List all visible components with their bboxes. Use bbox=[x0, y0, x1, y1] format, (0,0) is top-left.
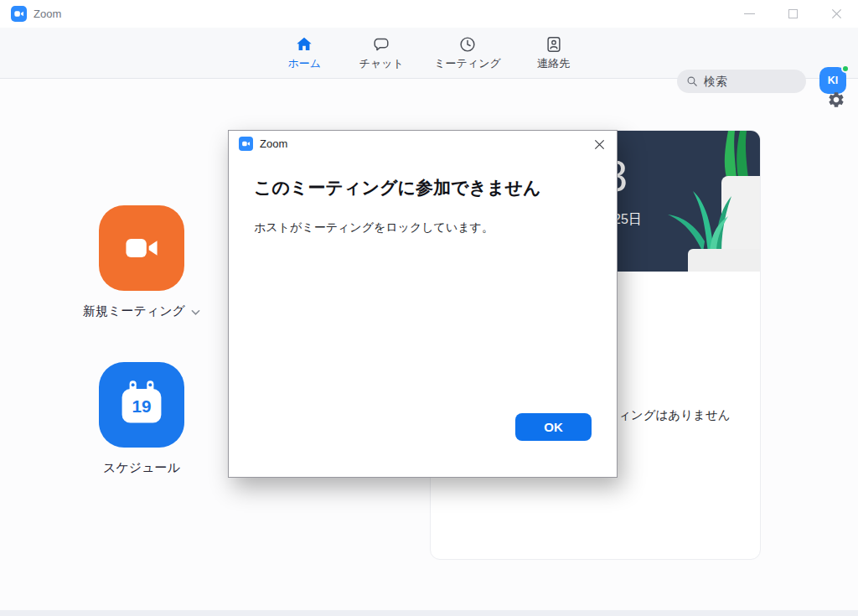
home-icon bbox=[295, 35, 313, 54]
schedule-label-row: スケジュール bbox=[49, 460, 234, 476]
settings-button[interactable] bbox=[827, 91, 845, 109]
close-button[interactable] bbox=[814, 0, 858, 28]
tab-contacts-label: 連絡先 bbox=[537, 56, 570, 71]
ok-button[interactable]: OK bbox=[515, 413, 592, 441]
app-titlebar: Zoom bbox=[0, 0, 858, 28]
minimize-button[interactable] bbox=[727, 0, 771, 28]
avatar-initials: KI bbox=[828, 75, 839, 86]
window-bottom-edge bbox=[0, 610, 858, 616]
schedule-label: スケジュール bbox=[103, 460, 180, 476]
new-meeting-label-row: 新規ミーティング bbox=[49, 303, 234, 319]
tab-meetings-label: ミーティング bbox=[434, 56, 501, 71]
window-controls bbox=[727, 0, 858, 28]
calendar-day-number: 19 bbox=[132, 396, 151, 416]
tab-home[interactable]: ホーム bbox=[280, 35, 328, 71]
tab-home-label: ホーム bbox=[287, 56, 321, 71]
gear-icon bbox=[827, 91, 845, 109]
tab-chat-label: チャット bbox=[359, 56, 404, 71]
schedule-button[interactable]: 19 bbox=[99, 362, 184, 448]
dialog-titlebar: Zoom bbox=[229, 131, 617, 156]
dialog-heading: このミーティングに参加できません bbox=[254, 176, 592, 199]
maximize-icon bbox=[788, 9, 798, 18]
tab-chat[interactable]: チャット bbox=[357, 35, 406, 71]
search-icon bbox=[686, 75, 698, 87]
dialog-title: Zoom bbox=[260, 137, 287, 150]
tab-meetings[interactable]: ミーティング bbox=[434, 35, 501, 71]
plant-illustration bbox=[634, 131, 760, 272]
search-box bbox=[677, 70, 806, 93]
close-icon bbox=[830, 8, 843, 20]
calendar-icon: 19 bbox=[111, 375, 172, 435]
search-input[interactable] bbox=[704, 75, 796, 88]
dialog-close-icon bbox=[593, 138, 606, 151]
new-meeting-button[interactable] bbox=[99, 205, 184, 291]
new-meeting-label: 新規ミーティング bbox=[83, 303, 185, 319]
video-camera-icon bbox=[117, 224, 166, 272]
tab-contacts[interactable]: 連絡先 bbox=[530, 35, 578, 71]
dialog-message: ホストがミーティングをロックしています。 bbox=[254, 220, 592, 236]
main-navbar: ホーム チャット ミーティング 連絡先 KI bbox=[0, 28, 858, 79]
no-meetings-text: ィングはありません bbox=[618, 407, 731, 423]
dialog-zoom-logo-icon bbox=[239, 137, 253, 151]
chat-icon bbox=[372, 35, 390, 54]
app-title: Zoom bbox=[34, 8, 61, 20]
zoom-logo-icon bbox=[11, 6, 27, 22]
maximize-button[interactable] bbox=[771, 0, 814, 28]
dialog-close-button[interactable] bbox=[590, 135, 608, 153]
chevron-down-icon[interactable] bbox=[191, 309, 200, 316]
minimize-icon bbox=[744, 13, 755, 14]
cannot-join-dialog: Zoom このミーティングに参加できません ホストがミーティングをロックしていま… bbox=[228, 130, 618, 478]
presence-dot bbox=[841, 65, 850, 73]
contacts-icon bbox=[545, 35, 563, 54]
clock-icon bbox=[458, 35, 477, 54]
